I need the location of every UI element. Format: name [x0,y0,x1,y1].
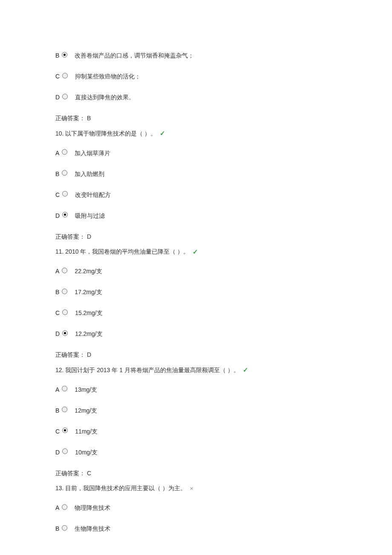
question-prompt: 11. 2010 年，我国卷烟的平均焦油量已降至（ ）。 ✓ [55,247,337,257]
option-text: 加入烟草薄片 [75,149,110,158]
radio-unselected-icon [62,94,68,99]
radio-button[interactable] [62,407,68,413]
option-row: A 22.2mg/支 [55,267,337,276]
option-letter: B [55,170,59,179]
question-text: 10. 以下属于物理降焦技术的是（ ）。 [55,129,156,138]
incorrect-icon: × [190,484,193,494]
option-row: B 改善卷烟产品的口感，调节烟香和掩盖杂气； [55,51,337,60]
option-text: 加入助燃剂 [75,170,104,179]
option-row: B 生物降焦技术 [55,524,337,533]
option-text: 12mg/支 [75,406,97,415]
radio-button[interactable] [62,149,68,155]
option-text: 物理降焦技术 [75,503,110,512]
radio-unselected-icon [62,525,67,531]
option-row: D 12.2mg/支 [55,330,337,338]
option-row: C 改变叶组配方 [55,191,337,199]
radio-unselected-icon [62,170,67,176]
option-letter: C [55,427,60,436]
option-row: B 17.2mg/支 [55,288,337,297]
option-row: B 12mg/支 [55,406,337,415]
option-row: C 11mg/支 [55,427,337,436]
question-text: 13. 目前，我国降焦技术的应用主要以（ ）为主。 [55,484,186,493]
radio-unselected-icon [62,448,68,454]
option-letter: C [55,191,60,199]
option-text: 22.2mg/支 [75,267,102,276]
question-prompt: 13. 目前，我国降焦技术的应用主要以（ ）为主。 × [55,484,337,494]
option-letter: D [55,448,60,457]
option-row: A 13mg/支 [55,385,337,394]
question-text: 12. 我国计划于 2013 年 1 月将卷烟产品的焦油量最高限额调至（ ）。 [55,366,239,375]
option-letter: D [55,330,60,338]
radio-unselected-icon [62,73,68,78]
option-text: 15.2mg/支 [75,309,103,318]
radio-button[interactable] [62,448,68,454]
option-letter: A [55,503,59,512]
option-row: A 加入烟草薄片 [55,149,337,158]
option-row: D 直接达到降焦的效果。 [55,93,337,102]
radio-button[interactable] [62,289,68,295]
option-letter: B [55,288,59,297]
radio-button[interactable] [62,428,68,434]
radio-unselected-icon [62,386,67,391]
option-letter: C [55,72,60,81]
option-row: D 吸附与过滤 [55,211,337,220]
option-text: 抑制某些致癌物的活化； [75,72,141,81]
radio-unselected-icon [62,268,67,273]
radio-unselected-icon [62,309,68,315]
correct-answer: 正确答案： D [55,350,337,359]
correct-answer: 正确答案： C [55,469,337,478]
question-prompt: 10. 以下属于物理降焦技术的是（ ）。 ✓ [55,129,337,139]
correct-answer: 正确答案： B [55,114,337,123]
option-letter: A [55,149,59,158]
correct-answer: 正确答案： D [55,232,337,241]
option-text: 生物降焦技术 [75,524,110,533]
radio-unselected-icon [62,504,67,510]
radio-selected-icon [62,52,67,58]
option-row: C 15.2mg/支 [55,309,337,318]
radio-selected-icon [62,212,68,217]
radio-unselected-icon [62,407,67,412]
option-row: B 加入助燃剂 [55,170,337,179]
radio-button[interactable] [62,94,68,100]
radio-button[interactable] [62,330,68,336]
radio-unselected-icon [62,191,68,197]
option-text: 12.2mg/支 [75,330,103,338]
option-row: C 抑制某些致癌物的活化； [55,72,337,81]
option-letter: B [55,406,59,415]
option-letter: C [55,309,60,318]
radio-button[interactable] [62,212,68,218]
correct-icon: ✓ [160,129,165,139]
option-text: 吸附与过滤 [75,211,105,220]
option-letter: B [55,524,59,533]
option-row: D 10mg/支 [55,448,337,457]
option-letter: B [55,51,59,60]
option-row: A 物理降焦技术 [55,503,337,512]
radio-button[interactable] [62,309,68,315]
option-text: 改变叶组配方 [75,191,111,199]
radio-button[interactable] [62,52,68,58]
option-letter: D [55,93,60,102]
radio-button[interactable] [62,268,68,274]
option-text: 13mg/支 [75,385,97,394]
radio-unselected-icon [62,289,67,294]
option-text: 10mg/支 [75,448,98,457]
radio-button[interactable] [62,73,68,79]
option-text: 改善卷烟产品的口感，调节烟香和掩盖杂气； [75,51,194,60]
question-prompt: 12. 我国计划于 2013 年 1 月将卷烟产品的焦油量最高限额调至（ ）。 … [55,365,337,375]
radio-selected-icon [62,428,68,433]
radio-button[interactable] [62,170,68,176]
radio-button[interactable] [62,504,68,510]
question-text: 11. 2010 年，我国卷烟的平均焦油量已降至（ ）。 [55,247,189,256]
correct-icon: ✓ [193,247,198,257]
radio-unselected-icon [62,149,67,155]
option-letter: D [55,211,60,220]
radio-button[interactable] [62,386,68,392]
radio-selected-icon [62,330,68,336]
option-letter: A [55,267,59,276]
radio-button[interactable] [62,191,68,197]
option-text: 直接达到降焦的效果。 [75,93,135,102]
option-text: 17.2mg/支 [75,288,102,297]
option-text: 11mg/支 [75,427,98,436]
correct-icon: ✓ [243,365,248,375]
radio-button[interactable] [62,525,68,531]
